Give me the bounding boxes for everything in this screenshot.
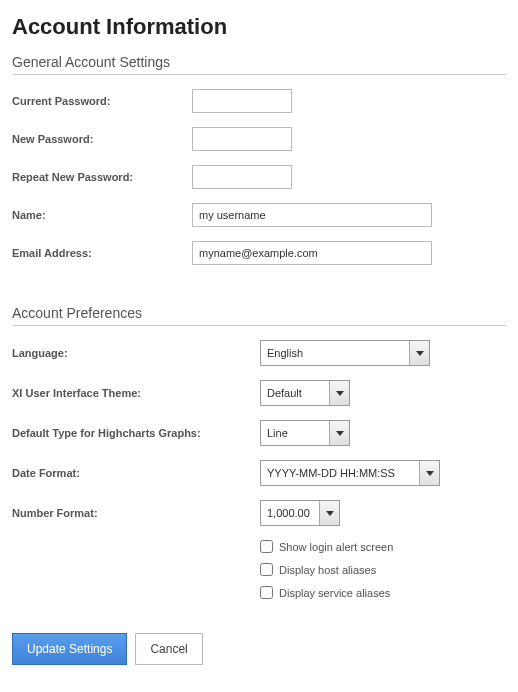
name-label: Name: [12, 209, 192, 221]
page-title: Account Information [12, 14, 506, 40]
name-input[interactable] [192, 203, 432, 227]
date-format-label: Date Format: [12, 467, 260, 479]
current-password-input[interactable] [192, 89, 292, 113]
email-input[interactable] [192, 241, 432, 265]
show-login-alert-checkbox[interactable] [260, 540, 273, 553]
email-label: Email Address: [12, 247, 192, 259]
divider [12, 74, 506, 75]
update-settings-button[interactable]: Update Settings [12, 633, 127, 665]
chart-type-select[interactable]: Line [260, 420, 350, 446]
show-login-alert-label: Show login alert screen [279, 541, 393, 553]
cancel-button[interactable]: Cancel [135, 633, 202, 665]
display-host-aliases-checkbox[interactable] [260, 563, 273, 576]
new-password-label: New Password: [12, 133, 192, 145]
chart-type-label: Default Type for Highcharts Graphs: [12, 427, 260, 439]
prefs-section-title: Account Preferences [12, 305, 506, 321]
language-select[interactable]: English [260, 340, 430, 366]
display-host-aliases-label: Display host aliases [279, 564, 376, 576]
repeat-password-input[interactable] [192, 165, 292, 189]
general-section-title: General Account Settings [12, 54, 506, 70]
theme-label: XI User Interface Theme: [12, 387, 260, 399]
new-password-input[interactable] [192, 127, 292, 151]
date-format-select[interactable]: YYYY-MM-DD HH:MM:SS [260, 460, 440, 486]
display-service-aliases-label: Display service aliases [279, 587, 390, 599]
number-format-label: Number Format: [12, 507, 260, 519]
number-format-select[interactable]: 1,000.00 [260, 500, 340, 526]
display-service-aliases-checkbox[interactable] [260, 586, 273, 599]
divider [12, 325, 506, 326]
language-label: Language: [12, 347, 260, 359]
theme-select[interactable]: Default [260, 380, 350, 406]
current-password-label: Current Password: [12, 95, 192, 107]
repeat-password-label: Repeat New Password: [12, 171, 192, 183]
